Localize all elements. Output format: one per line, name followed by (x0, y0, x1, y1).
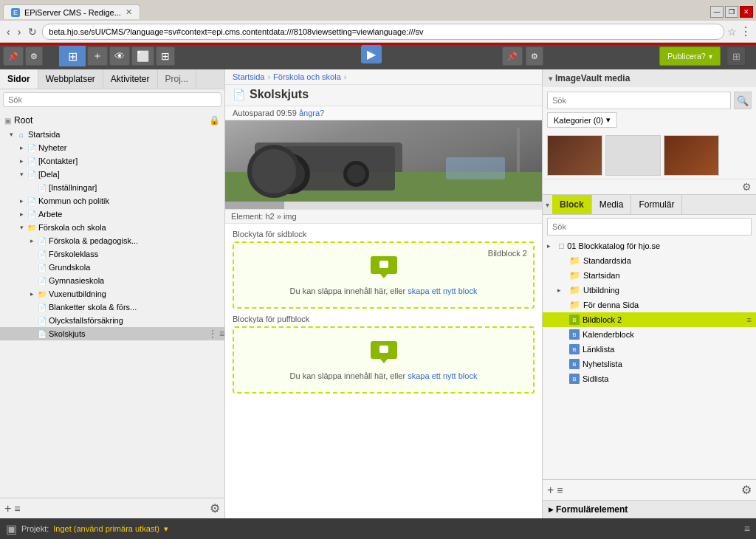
home-icon: ⌂ (16, 129, 27, 140)
restore-btn[interactable]: ❐ (725, 6, 738, 18)
block-search-input[interactable] (547, 218, 752, 236)
block-tree-item-bildblock2[interactable]: B Bildblock 2 ≡ (543, 312, 756, 327)
cms-logo-btn[interactable]: ⊞ (59, 46, 86, 66)
block-drop-area-1[interactable]: Bildblock 2 Du kan släppa innehåll här, … (233, 241, 535, 309)
imagevault-filter-btn[interactable]: Kategorier (0) ▾ (547, 112, 617, 128)
sidebar-tab-more[interactable]: Proj... (158, 69, 196, 89)
tree-area: ▣ Root 🔒 ▾ ⌂ Startsida ▸ 📄 Nyheter (0, 110, 224, 498)
sidebar-list-btn[interactable]: ≡ (14, 503, 20, 515)
imagevault-settings-btn[interactable]: ⚙ (742, 181, 752, 193)
formula-header[interactable]: ▸ Formulärelement (543, 501, 756, 518)
tree-item-grundskola[interactable]: 📄 Grundskola (0, 261, 224, 274)
tab-close-btn[interactable]: ✕ (126, 7, 132, 17)
block-tree-label: För denna Sida (583, 301, 639, 309)
tree-item-forskola-ped[interactable]: ▸ 📄 Förskola & pedagogisk... (0, 234, 224, 247)
block-tree-item-nyhetslista[interactable]: B Nyhetslista (543, 357, 756, 371)
browser-tab[interactable]: E EPiServer CMS - Redige... ✕ (3, 4, 140, 19)
block-search (543, 215, 756, 238)
publish-btn[interactable]: Publicera? ▾ (659, 47, 721, 66)
tree-item-installningar[interactable]: 📄 [Inställningar] (0, 181, 224, 194)
block-tree-item-for-denna[interactable]: 📁 För denna Sida (543, 298, 756, 312)
formula-section: ▸ Formulärelement (543, 500, 756, 518)
settings-btn[interactable]: ⚙ (25, 47, 43, 66)
block-tree-item-utbildning[interactable]: ▸ 📁 Utbildning (543, 283, 756, 298)
sidebar-tab-sidor[interactable]: Sidor (0, 69, 38, 89)
thumb-3[interactable] (664, 135, 719, 176)
tree-root: ▣ Root 🔒 (0, 113, 224, 128)
block-tree-item-root[interactable]: ▸ □ 01 Blockkatalog för hjo.se (543, 238, 756, 253)
block-drop-area-2[interactable]: Du kan släppa innehåll här, eller skapa … (233, 326, 535, 394)
tree-item-dela[interactable]: ▾ 📄 [Dela] (0, 168, 224, 181)
block-section-collapse-arrow[interactable]: ▾ (543, 197, 552, 213)
autosave-bar: Autosparad 09:59 ångra? (225, 106, 542, 120)
block-tree-item-lanklista[interactable]: B Länklista (543, 342, 756, 357)
create-block-link-1[interactable]: skapa ett nytt block (408, 286, 477, 295)
sidebar-tab-aktiviteter[interactable]: Aktiviteter (103, 69, 158, 89)
tree-item-arbete[interactable]: ▸ 📄 Arbete (0, 207, 224, 221)
imagevault-header[interactable]: ▾ ImageVault media (543, 69, 756, 87)
sidebar-search-input[interactable] (3, 92, 221, 107)
project-value-link[interactable]: Inget (använd primära utkast) (53, 524, 159, 533)
edit-btn[interactable]: ⬜ (131, 47, 154, 66)
tree-item-skolskjuts[interactable]: 📄 Skolskjuts ⋮ ≡ (0, 327, 224, 340)
block-settings-btn[interactable]: ⚙ (741, 483, 752, 497)
tree-item-blanketter[interactable]: 📄 Blanketter skola & förs... (0, 301, 224, 314)
back-btn[interactable]: ‹ (4, 26, 13, 38)
bookmark-icon[interactable]: ☆ (727, 26, 737, 38)
add-content-btn[interactable]: ＋ (87, 47, 108, 66)
block-tab-block[interactable]: Block (552, 195, 592, 214)
tree-label: Förskola och skola (38, 223, 106, 232)
tree-item-kontakter[interactable]: ▸ 📄 [Kontakter] (0, 154, 224, 168)
responsive-btn[interactable]: ⊞ (156, 47, 175, 66)
forward-btn[interactable]: › (16, 26, 24, 38)
close-btn[interactable]: ✕ (740, 6, 753, 18)
sidebar-tabs: Sidor Webbplatser Aktiviteter Proj... (0, 69, 224, 89)
block-add-btn[interactable]: + (547, 484, 554, 497)
thumb-2[interactable] (605, 135, 661, 176)
imagevault-search-btn[interactable]: 🔍 (734, 92, 752, 109)
right-pin-btn[interactable]: 📌 (502, 47, 523, 66)
bottom-list-btn[interactable]: ≡ (744, 523, 750, 535)
page-icon: 📄 (37, 302, 47, 312)
reload-btn[interactable]: ↻ (26, 26, 39, 38)
minimize-btn[interactable]: — (710, 6, 724, 18)
tree-item-startsida[interactable]: ▾ ⌂ Startsida (0, 128, 224, 141)
block-tree-item-kalenderblock[interactable]: B Kalenderblock (543, 327, 756, 342)
block-tab-formular[interactable]: Formulär (631, 195, 682, 214)
thumb-1[interactable] (547, 135, 602, 176)
imagevault-search-input[interactable] (547, 92, 731, 109)
block-tree-item-startsidan[interactable]: 📁 Startsidan (543, 268, 756, 283)
block-tabs: Block Media Formulär (552, 195, 682, 214)
grid-view-btn[interactable]: ⊞ (726, 47, 746, 66)
url-input[interactable] (42, 24, 724, 40)
block-tree-item-sidlista[interactable]: B Sidlista (543, 371, 756, 386)
block-tree-label: 01 Blockkatalog för hjo.se (567, 241, 660, 250)
tree-item-kommun[interactable]: ▸ 📄 Kommun och politik (0, 194, 224, 207)
sidebar-add-btn[interactable]: + (4, 502, 11, 515)
block-tree-item-standardsida[interactable]: 📁 Standardsida (543, 253, 756, 268)
menu-icon[interactable]: ⋮ (740, 24, 752, 38)
scroll-thumb[interactable] (225, 202, 284, 209)
breadcrumb-forskola[interactable]: Förskola och skola (273, 72, 341, 81)
tree-item-vuxenutbildning[interactable]: ▸ 📁 Vuxenutbildning (0, 287, 224, 301)
block-list-btn[interactable]: ≡ (557, 484, 563, 496)
sidebar-settings-btn[interactable]: ⚙ (210, 501, 220, 515)
tree-item-forskola-skola[interactable]: ▾ 📁 Förskola och skola (0, 221, 224, 234)
pin-btn[interactable]: 📌 (3, 47, 24, 66)
undo-link[interactable]: ångra? (299, 109, 324, 117)
tree-label: [Kontakter] (38, 157, 78, 165)
horizontal-scrollbar[interactable] (225, 202, 542, 209)
tree-item-nyheter[interactable]: ▸ 📄 Nyheter (0, 141, 224, 154)
tree-item-gymnasieskola[interactable]: 📄 Gymnasieskola (0, 274, 224, 287)
breadcrumb-startsida[interactable]: Startsida (233, 72, 264, 81)
block-menu-btn[interactable]: ≡ (747, 315, 752, 324)
block-tab-media[interactable]: Media (592, 195, 632, 214)
expander: ▸ (16, 143, 27, 153)
tree-item-forskoleklass[interactable]: 📄 Förskoleklass (0, 247, 224, 261)
notification-badge[interactable]: ▶ (361, 45, 382, 63)
preview-btn[interactable]: 👁 (109, 47, 130, 66)
right-settings-btn[interactable]: ⚙ (526, 47, 543, 66)
sidebar-tab-webbplatser[interactable]: Webbplatser (38, 69, 103, 89)
create-block-link-2[interactable]: skapa ett nytt block (408, 371, 477, 380)
tree-item-olycksfall[interactable]: 📄 Olycksfallsförsäkring (0, 314, 224, 327)
